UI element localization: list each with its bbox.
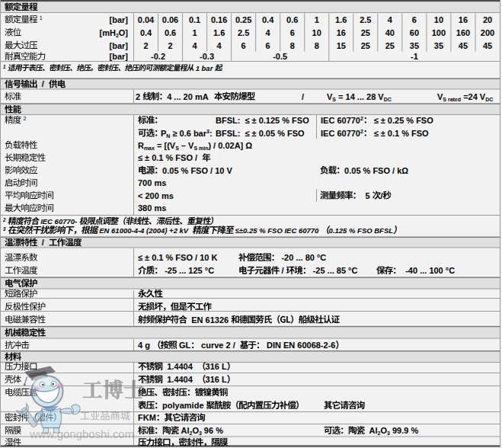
svg-text:1.6: 1.6 [213, 28, 225, 37]
svg-text:R: R [138, 141, 144, 150]
svg-text:0.05 % FSO / 10 V: 0.05 % FSO / 10 V [162, 166, 232, 175]
svg-text:EN 61000-4-4 (2004) +2 kV: EN 61000-4-4 (2004) +2 kV [98, 226, 193, 235]
svg-text:polyamide: polyamide [162, 401, 206, 410]
svg-text:-0.3: -0.3 [200, 52, 214, 61]
svg-text:15: 15 [337, 41, 346, 50]
svg-text:25: 25 [361, 28, 370, 37]
svg-text:1: 1 [193, 28, 197, 37]
svg-text:45: 45 [459, 41, 468, 50]
svg-text:380 ms: 380 ms [138, 203, 166, 213]
svg-text:≤ ± 0.1 % FSO / 10 K: ≤ ± 0.1 % FSO / 10 K [138, 253, 217, 262]
svg-text:4: 4 [388, 15, 393, 24]
svg-text:16: 16 [459, 15, 468, 24]
svg-text:200: 200 [481, 28, 494, 37]
svg-text:8: 8 [315, 41, 319, 50]
svg-text:2: 2 [360, 116, 363, 121]
svg-text:S min: S min [193, 146, 208, 151]
svg-text:= [(V: = [(V [155, 141, 176, 150]
svg-text:IEC 60770: IEC 60770 [321, 116, 360, 125]
svg-text:316 L: 316 L [206, 375, 227, 384]
svg-text:[bar]: [bar] [110, 52, 129, 61]
svg-text:www.gongboshi.com: www.gongboshi.com [29, 427, 134, 440]
svg-text:2.5: 2.5 [360, 15, 371, 24]
svg-text:/: / [37, 79, 49, 88]
svg-text:2: 2 [144, 41, 149, 50]
svg-text:/: / [279, 266, 286, 275]
svg-text:[mH: [mH [100, 28, 116, 37]
svg-text:-1: -1 [411, 52, 418, 61]
svg-text:≥ 0.6 bar: ≥ 0.6 bar [170, 129, 206, 138]
svg-text:– V: – V [179, 141, 194, 150]
svg-text:6: 6 [290, 28, 295, 37]
svg-text:2: 2 [168, 41, 173, 50]
svg-text:40: 40 [385, 28, 395, 37]
svg-text:2: 2 [136, 92, 142, 101]
svg-text:0.04: 0.04 [138, 15, 155, 24]
svg-text:6: 6 [241, 41, 246, 50]
svg-text:Al: Al [178, 426, 189, 435]
svg-text:0.4: 0.4 [262, 15, 274, 24]
svg-text:60: 60 [410, 28, 419, 37]
svg-text:0.05 % FSO / kΩ: 0.05 % FSO / kΩ [344, 166, 408, 175]
svg-text:8: 8 [290, 41, 295, 50]
svg-text:0.6: 0.6 [165, 28, 176, 37]
svg-text:/: / [302, 92, 304, 101]
svg-text:-40 ... 100 °C: -40 ... 100 °C [401, 266, 455, 275]
svg-text:0.1: 0.1 [189, 15, 200, 24]
svg-text:25: 25 [361, 41, 370, 50]
svg-text:1: 1 [315, 15, 319, 24]
svg-text:4: 4 [217, 41, 222, 50]
svg-text:/: / [37, 238, 49, 247]
svg-text:BFSL: ≤ ± 0.125 % FSO: BFSL: ≤ ± 0.125 % FSO [216, 116, 309, 125]
svg-text:O]: O] [119, 28, 129, 37]
svg-text:4: 4 [193, 41, 198, 50]
svg-text:FKM: FKM [138, 413, 156, 422]
svg-text:0.4: 0.4 [140, 28, 152, 37]
svg-text:2.5: 2.5 [238, 28, 249, 37]
svg-text:35: 35 [410, 41, 419, 50]
svg-text:S rated: S rated [443, 97, 461, 102]
svg-text:TM: TM [142, 379, 149, 385]
svg-text:=24 V: =24 V [461, 92, 486, 101]
svg-text:≤ ± 0.25 % FSO: ≤ ± 0.25 % FSO [372, 116, 434, 125]
svg-text:EN 61326: EN 61326 [187, 315, 231, 325]
svg-text:16: 16 [337, 28, 346, 37]
svg-text:IEC 60770-: IEC 60770- [39, 217, 79, 226]
svg-text:0.06: 0.06 [162, 15, 178, 24]
svg-text:0.25: 0.25 [235, 15, 251, 24]
svg-text:[bar]: [bar] [110, 41, 129, 50]
svg-text:/: / [380, 191, 382, 200]
svg-text:4 ... 20 mA: 4 ... 20 mA [167, 92, 208, 101]
svg-text:< 200 ms: < 200 ms [138, 191, 174, 200]
svg-text:[bar]: [bar] [110, 15, 129, 24]
svg-text:-25 ... 125 °C: -25 ... 125 °C [162, 266, 214, 275]
svg-text:1 bar: 1 bar [193, 64, 215, 72]
svg-text:2: 2 [360, 129, 363, 134]
svg-text:P: P [161, 129, 166, 138]
svg-text:≤±0.25 % FSO IEC 60770: ≤±0.25 % FSO IEC 60770 [233, 226, 321, 235]
svg-text:25: 25 [385, 41, 395, 50]
svg-text:1.4404: 1.4404 [162, 362, 197, 371]
svg-text:1.4404: 1.4404 [162, 375, 197, 384]
svg-text:1.6: 1.6 [335, 15, 347, 24]
svg-text:-0.5: -0.5 [273, 52, 287, 61]
svg-text::: : [209, 129, 213, 138]
svg-text:0.125 % FSO BFSL: 0.125 % FSO BFSL [329, 226, 394, 235]
svg-text:4: 4 [266, 28, 271, 37]
svg-text:GL: GL [177, 341, 191, 350]
svg-text:0.6: 0.6 [286, 15, 298, 24]
svg-text:20: 20 [483, 15, 492, 24]
svg-text:35: 35 [434, 41, 443, 50]
svg-text:160: 160 [456, 28, 470, 37]
svg-text:curve 2 /: curve 2 / [199, 341, 240, 350]
svg-text:DC: DC [485, 97, 493, 102]
svg-text:-0.2: -0.2 [151, 52, 165, 61]
svg-text:2: 2 [23, 116, 26, 121]
svg-text:DC: DC [384, 97, 392, 102]
svg-text:6: 6 [412, 15, 417, 24]
svg-text:Al: Al [364, 426, 377, 435]
svg-text:10: 10 [434, 15, 443, 24]
svg-text:-25 ... 85 °C: -25 ... 85 °C [311, 266, 358, 275]
svg-text:0.16: 0.16 [211, 15, 227, 24]
svg-text:) / 0.02A] Ω: ) / 0.02A] Ω [208, 141, 252, 150]
